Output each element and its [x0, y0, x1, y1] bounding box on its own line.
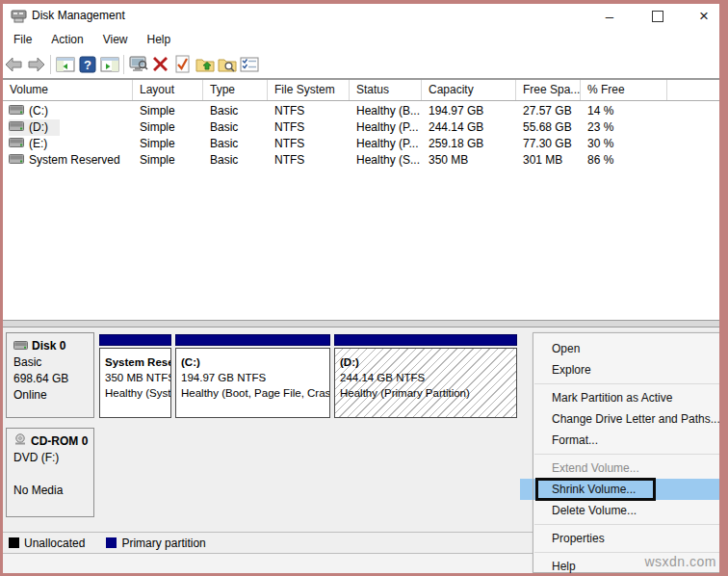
menu-item-change-drive-letter[interactable]: Change Drive Letter and Paths...	[533, 408, 719, 430]
maximize-button[interactable]	[640, 4, 675, 29]
cell-capacity: 194.97 GB	[422, 103, 516, 119]
toolbar-separator	[50, 55, 51, 74]
menu-separator	[534, 552, 719, 553]
table-row-d[interactable]: (D:) Simple Basic NTFS Healthy (P... 244…	[3, 119, 719, 136]
menu-file[interactable]: File	[3, 29, 41, 50]
toolbar: ?	[3, 50, 719, 79]
menu-separator	[534, 524, 719, 525]
shrink-volume-label: Shrink Volume...	[552, 483, 636, 496]
help-icon[interactable]: ?	[76, 54, 98, 75]
cell-filler	[667, 103, 719, 119]
partition-status: Healthy (Boot, Page File, Crash	[181, 385, 325, 401]
menu-separator	[534, 454, 719, 455]
screenshot-frame: Disk Management – × File Action View Hel…	[0, 0, 728, 576]
volume-drive-icon	[9, 119, 24, 136]
show-console-tree-icon[interactable]	[54, 54, 76, 75]
table-row-e[interactable]: (E:) Simple Basic NTFS Healthy (P... 259…	[3, 136, 719, 152]
cell-file-system: NTFS	[268, 103, 350, 119]
maximize-icon	[652, 11, 663, 22]
menu-item-shrink-volume[interactable]: Shrink Volume...	[533, 479, 719, 500]
cell-layout: Simple	[133, 152, 203, 169]
minimize-button[interactable]: –	[592, 4, 627, 29]
column-header-filler	[667, 80, 719, 100]
cell-free-space: 27.57 GB	[516, 103, 581, 119]
back-icon[interactable]	[3, 54, 25, 75]
cdrom0-label-box[interactable]: CD-ROM 0 DVD (F:) No Media	[6, 428, 94, 517]
close-button[interactable]: ×	[687, 4, 719, 29]
column-header-volume[interactable]: Volume	[3, 80, 133, 100]
cell-filler	[667, 136, 719, 152]
cell-type: Basic	[203, 119, 268, 136]
delete-icon[interactable]	[149, 54, 171, 75]
cell-free-space: 301 MB	[516, 152, 581, 169]
partition-size: 194.97 GB NTFS	[181, 370, 325, 385]
cell-status: Healthy (S...	[350, 152, 422, 169]
column-header-free-space[interactable]: Free Spa...	[516, 80, 581, 100]
menu-item-delete-volume[interactable]: Delete Volume...	[533, 500, 719, 521]
menu-item-extend-volume: Extend Volume...	[533, 458, 719, 479]
cell-capacity: 259.18 GB	[422, 136, 516, 152]
partition-c[interactable]: (C:) 194.97 GB NTFS Healthy (Boot, Page …	[175, 334, 330, 418]
volume-name: System Reserved	[29, 152, 120, 169]
forward-icon[interactable]	[25, 54, 47, 75]
pane-splitter[interactable]	[3, 320, 719, 327]
column-header-percent-free[interactable]: % Free	[581, 80, 667, 100]
partition-d-selected[interactable]: (D:) 244.14 GB NTFS Healthy (Primary Par…	[334, 334, 517, 418]
table-row-c[interactable]: (C:) Simple Basic NTFS Healthy (B... 194…	[3, 103, 719, 119]
folder-explore-icon[interactable]	[216, 54, 238, 75]
legend-unallocated-swatch	[9, 537, 19, 548]
partition-color-bar	[175, 334, 330, 346]
cell-percent-free: 86 %	[581, 152, 667, 169]
disk-icon	[13, 338, 28, 354]
menu-item-properties[interactable]: Properties	[533, 528, 719, 549]
cell-status: Healthy (B...	[350, 103, 422, 119]
legend-primary-swatch	[106, 537, 117, 548]
cell-free-space: 77.30 GB	[516, 136, 581, 152]
cell-filler	[667, 152, 719, 169]
partition-system-reserved[interactable]: System Rese 350 MB NTFS Healthy (Syst	[99, 334, 171, 418]
cell-layout: Simple	[133, 119, 203, 136]
menu-item-mark-partition-active[interactable]: Mark Partition as Active	[533, 387, 719, 408]
cell-type: Basic	[203, 136, 268, 152]
partition-status: Healthy (Syst	[105, 385, 166, 401]
disk0-name: Disk 0	[32, 338, 65, 354]
properties-checklist-icon[interactable]	[238, 54, 260, 75]
folder-open-icon[interactable]	[194, 54, 216, 75]
column-header-status[interactable]: Status	[350, 80, 422, 100]
volume-list-pane: Volume Layout Type File System Status Ca…	[3, 79, 719, 320]
column-header-layout[interactable]: Layout	[133, 80, 203, 100]
cell-layout: Simple	[133, 103, 203, 119]
table-row-system-reserved[interactable]: System Reserved Simple Basic NTFS Health…	[3, 152, 719, 169]
title-bar: Disk Management – ×	[3, 4, 719, 29]
action-check-icon[interactable]	[171, 54, 194, 75]
partition-color-bar	[334, 334, 517, 346]
disk0-status: Online	[13, 387, 90, 404]
partition-context-menu: Open Explore Mark Partition as Active Ch…	[533, 332, 719, 573]
column-header-capacity[interactable]: Capacity	[422, 80, 516, 100]
menu-help[interactable]: Help	[138, 29, 181, 50]
legend-primary-label: Primary partition	[121, 537, 205, 550]
show-action-pane-icon[interactable]	[98, 54, 120, 75]
volume-drive-icon	[9, 136, 24, 152]
menu-action[interactable]: Action	[41, 29, 92, 50]
partition-color-bar	[99, 334, 171, 346]
column-header-type[interactable]: Type	[203, 80, 268, 100]
menu-item-explore[interactable]: Explore	[533, 359, 719, 380]
cell-type: Basic	[203, 152, 268, 169]
volume-list-header: Volume Layout Type File System Status Ca…	[3, 80, 719, 101]
cell-type: Basic	[203, 103, 268, 119]
menu-view[interactable]: View	[93, 29, 138, 50]
toolbar-separator	[123, 55, 124, 74]
cell-status: Healthy (P...	[350, 119, 422, 136]
menu-item-open[interactable]: Open	[533, 338, 719, 359]
svg-text:?: ?	[84, 58, 91, 72]
cdrom0-drive: DVD (F:)	[13, 450, 90, 466]
disk-management-app-icon	[11, 10, 27, 27]
menu-item-format[interactable]: Format...	[533, 430, 719, 451]
disk0-label-box[interactable]: Disk 0 Basic 698.64 GB Online	[6, 332, 94, 418]
watermark-text: wsxdn.com	[644, 554, 716, 569]
screen-search-icon[interactable]	[127, 54, 149, 75]
disk0-size: 698.64 GB	[13, 371, 90, 387]
legend-unallocated-label: Unallocated	[24, 537, 85, 550]
column-header-file-system[interactable]: File System	[268, 80, 350, 100]
